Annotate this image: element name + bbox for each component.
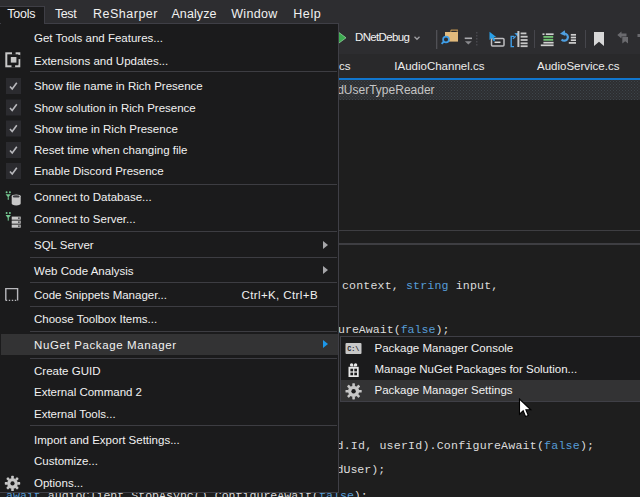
svg-text:C:\: C:\ — [347, 345, 359, 353]
